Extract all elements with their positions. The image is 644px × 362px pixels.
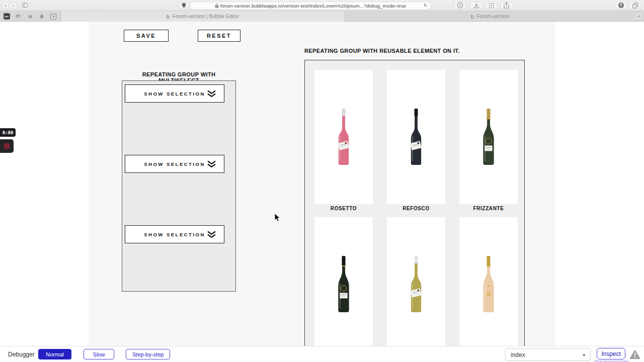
- mouse-cursor: [274, 213, 281, 222]
- wine-cell: [459, 217, 518, 346]
- multiselect-cell: SHOW SELECTION: [122, 151, 235, 222]
- new-tab-button[interactable]: +: [635, 12, 642, 20]
- wine-cell: REFOSCO: [387, 70, 445, 217]
- dropdown-label: SHOW SELECTION: [144, 161, 205, 167]
- wine-card[interactable]: [459, 70, 518, 204]
- share-icon: [504, 2, 509, 9]
- inspect-button[interactable]: Inspect: [597, 348, 625, 359]
- responsive-note[interactable]: Show responsive boxes: [587, 359, 636, 362]
- tab-forum-version[interactable]: b Forum-version: [346, 11, 634, 22]
- refresh-icon: ⟳: [16, 13, 20, 20]
- url-text: forum-version.bubbleapps.io/version-test…: [220, 3, 406, 9]
- double-chevron-down-icon: [207, 160, 216, 168]
- tab-bubble-editor[interactable]: b Forum-version | Bubble Editor: [60, 11, 345, 22]
- screen-recording-indicator[interactable]: [0, 139, 14, 153]
- shield-icon: [182, 3, 186, 8]
- pinned-tab-2[interactable]: ⟳: [14, 13, 22, 20]
- clock-circle-icon: [457, 2, 463, 9]
- back-button[interactable]: ‹: [2, 2, 9, 9]
- debugger-label: Debugger: [8, 351, 35, 358]
- multiselect-cell: SHOW SELECTION: [122, 81, 235, 151]
- extension-button[interactable]: [615, 2, 627, 9]
- wine-bottle-image: [408, 108, 424, 167]
- wine-bottle-image: [336, 108, 352, 167]
- forward-button[interactable]: ›: [10, 2, 17, 9]
- warning-triangle-icon[interactable]: [629, 349, 640, 359]
- show-selection-dropdown-1[interactable]: SHOW SELECTION: [125, 84, 224, 103]
- show-selection-dropdown-2[interactable]: SHOW SELECTION: [125, 155, 224, 173]
- save-button[interactable]: SAVE: [124, 30, 169, 42]
- wine-card[interactable]: [387, 217, 445, 346]
- wine-repeating-group: ROSETTO REFOSCO FRIZZANTE: [304, 60, 525, 346]
- wine-cell: ROSETTO: [314, 70, 373, 217]
- tab-label: Forum-version | Bubble Editor: [173, 14, 239, 19]
- sidebar-toggle-button[interactable]: [20, 2, 30, 9]
- wine-bottle-image: [480, 108, 497, 167]
- chevron-right-icon: ›: [12, 3, 14, 9]
- copy-tabs-icon: [632, 3, 638, 9]
- pinned-tab-3[interactable]: M: [26, 13, 34, 20]
- page-select-value: index: [511, 351, 525, 358]
- show-selection-dropdown-3[interactable]: SHOW SELECTION: [125, 225, 224, 243]
- chevron-left-icon: ‹: [5, 3, 7, 9]
- camera-box-icon: [50, 14, 56, 20]
- dropdown-label: SHOW SELECTION: [144, 91, 205, 97]
- reset-button[interactable]: RESET: [198, 30, 240, 42]
- tab-label: Forum-version: [476, 14, 509, 19]
- privacy-shield-button[interactable]: [179, 2, 189, 9]
- grid-dots-icon: [489, 3, 495, 9]
- debug-mode-step-button[interactable]: Step-by-step: [126, 349, 170, 359]
- dots-icon: •••: [4, 13, 10, 20]
- wine-card[interactable]: [314, 217, 373, 346]
- pinned-tab-1[interactable]: •••: [3, 13, 11, 20]
- dropdown-label: SHOW SELECTION: [144, 232, 205, 237]
- debug-mode-normal-button[interactable]: Normal: [38, 349, 71, 359]
- address-bar[interactable]: forum-version.bubbleapps.io/version-test…: [190, 2, 431, 10]
- double-chevron-down-icon: [207, 231, 216, 238]
- tab-overview-button[interactable]: [629, 2, 641, 9]
- pinned-tab-4[interactable]: [38, 13, 46, 20]
- wine-name: ROSETTO: [314, 206, 373, 213]
- debugger-bar: Debugger Normal Slow Step-by-step index …: [0, 346, 644, 362]
- wine-card[interactable]: [459, 217, 518, 346]
- record-stop-icon: [4, 143, 10, 149]
- recording-timer: 0:00: [0, 128, 16, 137]
- wine-card[interactable]: [387, 70, 445, 204]
- wine-grid: ROSETTO REFOSCO FRIZZANTE: [314, 70, 519, 346]
- history-button[interactable]: [454, 2, 466, 9]
- tab-groups-button[interactable]: [485, 2, 498, 9]
- share-button[interactable]: [500, 2, 513, 9]
- caret-down-icon: ▾: [583, 352, 585, 357]
- wine-card[interactable]: [314, 70, 373, 204]
- page-viewport: SAVE RESET REPEATING GROUP WITH MULTISEL…: [0, 22, 644, 346]
- sidebar-icon: [22, 3, 28, 8]
- wine-cell: [314, 217, 373, 346]
- drop-icon: [39, 14, 44, 19]
- lock-icon: [215, 4, 219, 8]
- wine-bottle-image: [336, 255, 352, 314]
- multiselect-cell: SHOW SELECTION: [122, 222, 235, 292]
- wine-cell: [387, 217, 445, 346]
- wine-bottle-image: [408, 255, 424, 314]
- wine-name: FRIZZANTE: [459, 206, 518, 213]
- multiselect-repeating-group: SHOW SELECTION SHOW SELECTION SHOW SELEC…: [122, 80, 236, 292]
- dark-circle-icon: [618, 2, 624, 9]
- debug-mode-slow-button[interactable]: Slow: [84, 349, 114, 359]
- browser-toolbar: ‹ › forum-version.bubbleapps.io/version-…: [0, 0, 644, 11]
- bubble-logo-icon: b: [470, 14, 474, 20]
- m-letter-icon: M: [28, 14, 32, 19]
- downloads-button[interactable]: [470, 2, 482, 9]
- wine-name: REFOSCO: [387, 206, 445, 213]
- bubble-logo-icon: b: [167, 14, 170, 20]
- screen: ‹ › forum-version.bubbleapps.io/version-…: [0, 0, 644, 362]
- tab-bar: ••• ⟳ M b Forum-version | Bubble Editor …: [0, 11, 644, 22]
- pinned-tab-5[interactable]: [49, 13, 57, 20]
- reusable-title: REPEATING GROUP WITH REUSABLE ELEMENT ON…: [304, 48, 525, 54]
- page-select-dropdown[interactable]: index ▾: [505, 348, 591, 361]
- wine-cell: FRIZZANTE: [459, 70, 518, 217]
- download-icon: [473, 3, 479, 9]
- wine-bottle-image: [480, 255, 497, 314]
- reload-icon[interactable]: ↻: [424, 3, 428, 8]
- double-chevron-down-icon: [207, 90, 216, 98]
